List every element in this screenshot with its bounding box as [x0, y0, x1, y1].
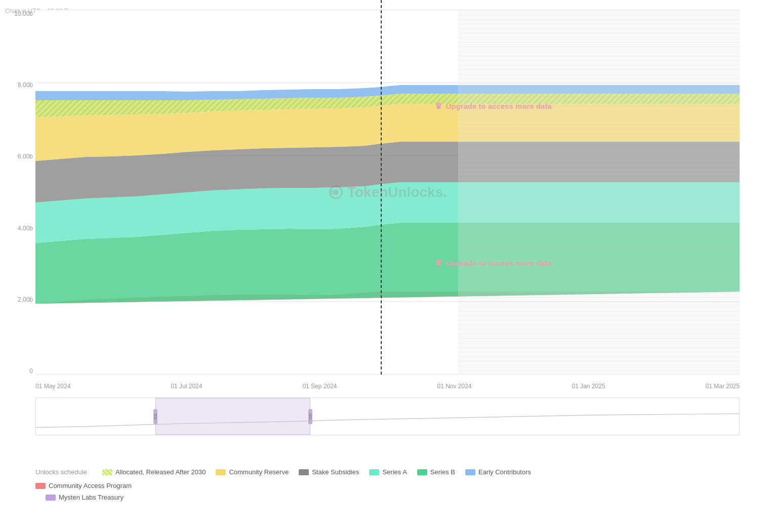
legend-swatch-series-b [417, 469, 427, 475]
legend-label-stake: Stake Subsidies [312, 468, 359, 476]
chart-area: 0 2.00b 4.00b 6.00b 8.00b 10.00b [35, 10, 740, 375]
x-label-0: 01 May 2024 [35, 383, 70, 390]
y-axis: 0 2.00b 4.00b 6.00b 8.00b 10.00b [5, 10, 33, 375]
legend-label-mysten: Mysten Labs Treasury [59, 494, 124, 501]
y-label-0: 0 [5, 367, 33, 375]
legend-swatch-series-a [369, 469, 379, 475]
legend-label-series-b: Series B [430, 468, 455, 476]
legend-swatch-cap [35, 483, 46, 489]
today-line: Today [381, 0, 382, 375]
chart-svg [35, 10, 740, 375]
navigator-handle-right[interactable] [308, 409, 312, 424]
x-axis: 01 May 2024 01 Jul 2024 01 Sep 2024 01 N… [35, 383, 740, 390]
crown-icon-top: ♛ [435, 101, 442, 111]
legend-item-allocated: Allocated, Released After 2030 [102, 468, 206, 476]
legend-title: Unlocks schedule [35, 468, 87, 476]
y-label-4b: 4.00b [5, 225, 33, 232]
handle-lines-left [154, 414, 156, 420]
legend-item-series-b: Series B [417, 468, 455, 476]
navigator-svg [36, 398, 739, 435]
legend-swatch-mysten [46, 495, 56, 501]
x-label-4: 01 Jan 2025 [572, 383, 605, 390]
crown-icon-bottom: ♛ [435, 258, 442, 268]
x-label-5: 01 Mar 2025 [706, 383, 740, 390]
x-label-2: 01 Sep 2024 [302, 383, 337, 390]
navigator[interactable] [35, 397, 740, 435]
y-label-2b: 2.00b [5, 296, 33, 303]
y-label-10b: 10.00b [5, 10, 33, 17]
upgrade-banner-bottom[interactable]: ♛ Upgrade to access more data [435, 258, 552, 268]
legend-item-mysten: Mysten Labs Treasury [46, 494, 124, 501]
legend-item-stake: Stake Subsidies [299, 468, 359, 476]
legend: Unlocks schedule Allocated, Released Aft… [35, 461, 740, 509]
legend-item-series-a: Series A [369, 468, 407, 476]
x-label-3: 01 Nov 2024 [437, 383, 471, 390]
legend-item-cap: Community Access Program [35, 482, 740, 489]
navigator-range[interactable] [155, 398, 310, 435]
legend-label-allocated: Allocated, Released After 2030 [115, 468, 206, 476]
upgrade-text-top: Upgrade to access more data [446, 102, 552, 110]
legend-swatch-stake [299, 469, 309, 475]
y-label-6b: 6.00b [5, 153, 33, 160]
legend-label-early-contributors: Early Contributors [478, 468, 531, 476]
legend-label-community-reserve: Community Reserve [229, 468, 289, 476]
legend-swatch-early-contributors [465, 469, 475, 475]
upgrade-banner-top[interactable]: ♛ Upgrade to access more data [435, 101, 552, 111]
handle-lines-right [309, 414, 311, 420]
navigator-handle-left[interactable] [153, 409, 157, 424]
x-label-1: 01 Jul 2024 [171, 383, 202, 390]
legend-item-early-contributors: Early Contributors [465, 468, 531, 476]
legend-label-series-a: Series A [382, 468, 407, 476]
legend-swatch-allocated [102, 469, 112, 475]
legend-label-cap: Community Access Program [49, 482, 132, 489]
legend-item-community-reserve: Community Reserve [216, 468, 289, 476]
upgrade-text-bottom: Upgrade to access more data [446, 259, 552, 267]
chart-wrapper: Chart in UTC + 00:00 Time 0 2.00b 4.00b … [0, 0, 770, 532]
y-label-8b: 8.00b [5, 81, 33, 89]
legend-swatch-community-reserve [216, 469, 226, 475]
